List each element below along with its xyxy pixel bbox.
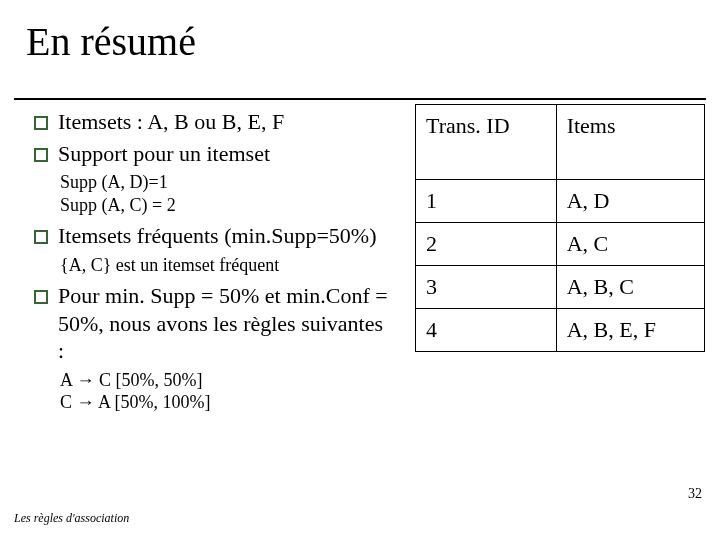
page-number: 32 xyxy=(688,486,702,502)
sub-text: C → A [50%, 100%] xyxy=(60,391,394,414)
transactions-table-container: Trans. ID Items 1 A, D 2 A, C 3 A, B, C … xyxy=(415,104,705,352)
page-title: En résumé xyxy=(0,0,720,69)
table-row: 2 A, C xyxy=(416,223,705,266)
slide: En résumé Itemsets : A, B ou B, E, F Sup… xyxy=(0,0,720,540)
bullet-text: Itemsets : A, B ou B, E, F xyxy=(58,108,284,136)
bullet-icon xyxy=(34,230,48,244)
sub-text: {A, C} est un itemset fréquent xyxy=(60,254,394,277)
bullet-icon xyxy=(34,116,48,130)
title-divider xyxy=(14,98,706,100)
list-item: Itemsets : A, B ou B, E, F xyxy=(34,108,394,136)
sub-text: Supp (A, C) = 2 xyxy=(60,194,394,217)
table-cell: A, B, C xyxy=(556,266,704,309)
transactions-table: Trans. ID Items 1 A, D 2 A, C 3 A, B, C … xyxy=(415,104,705,352)
list-item: Itemsets fréquents (min.Supp=50%) xyxy=(34,222,394,250)
table-cell: A, D xyxy=(556,180,704,223)
bullet-icon xyxy=(34,148,48,162)
table-header-cell: Trans. ID xyxy=(416,105,557,180)
sub-text: Supp (A, D)=1 xyxy=(60,171,394,194)
table-row: 4 A, B, E, F xyxy=(416,309,705,352)
bullet-list: Itemsets : A, B ou B, E, F Support pour … xyxy=(34,108,394,414)
bullet-text: Pour min. Supp = 50% et min.Conf = 50%, … xyxy=(58,282,394,365)
footer-text: Les règles d'association xyxy=(14,511,129,526)
bullet-icon xyxy=(34,290,48,304)
table-cell: A, C xyxy=(556,223,704,266)
table-cell: 3 xyxy=(416,266,557,309)
bullet-text: Itemsets fréquents (min.Supp=50%) xyxy=(58,222,377,250)
bullet-text: Support pour un itemset xyxy=(58,140,270,168)
sub-text: A → C [50%, 50%] xyxy=(60,369,394,392)
table-header-cell: Items xyxy=(556,105,704,180)
table-cell: 4 xyxy=(416,309,557,352)
table-row: 3 A, B, C xyxy=(416,266,705,309)
table-cell: 1 xyxy=(416,180,557,223)
list-item: Support pour un itemset xyxy=(34,140,394,168)
table-header-row: Trans. ID Items xyxy=(416,105,705,180)
table-row: 1 A, D xyxy=(416,180,705,223)
table-cell: 2 xyxy=(416,223,557,266)
table-cell: A, B, E, F xyxy=(556,309,704,352)
list-item: Pour min. Supp = 50% et min.Conf = 50%, … xyxy=(34,282,394,365)
